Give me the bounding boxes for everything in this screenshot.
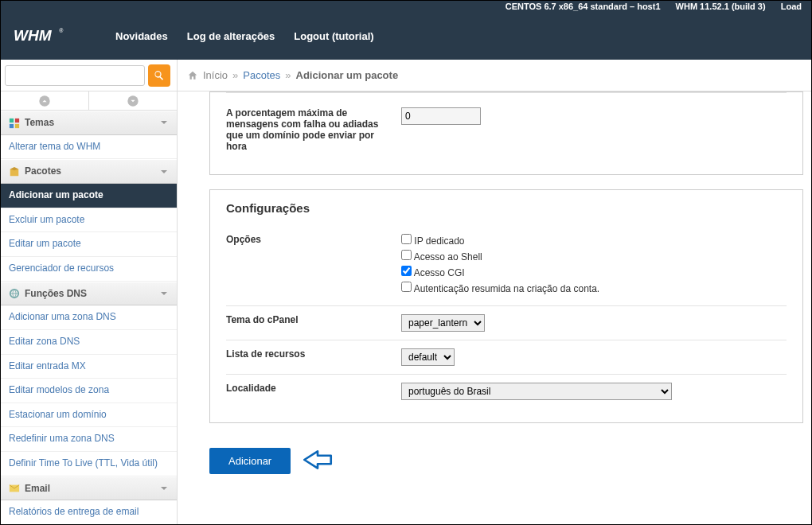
arrow-left-icon [300, 445, 335, 476]
sidebar-item-add-zona[interactable]: Adicionar uma zona DNS [1, 305, 177, 330]
svg-rect-6 [10, 124, 14, 128]
search-input[interactable] [5, 65, 145, 86]
checkbox-shell[interactable] [401, 250, 412, 260]
sidebar-item-adicionar-pacote[interactable]: Adicionar um pacote [1, 184, 177, 208]
breadcrumb-home[interactable]: Início [203, 69, 228, 81]
sidebar-item-editar-pacote[interactable]: Editar um pacote [1, 232, 177, 257]
checkbox-auth[interactable] [401, 282, 412, 292]
status-os: CENTOS 6.7 x86_64 standard – host1 [506, 2, 661, 11]
checkbox-cgi[interactable] [401, 266, 412, 276]
locale-select[interactable]: português do Brasil [401, 383, 672, 400]
status-version: WHM 11.52.1 (build 3) [676, 2, 766, 11]
sub-bar: Início » Pacotes » Adicionar um pacote [1, 60, 811, 91]
search-wrap [1, 60, 178, 91]
top-nav: WHM® Novidades Log de alterações Logout … [1, 12, 811, 60]
sidebar-group-pacotes[interactable]: Pacotes [1, 159, 177, 184]
sidebar-item-edit-modelos[interactable]: Editar modelos de zona [1, 379, 177, 403]
sidebar-item-estacionar[interactable]: Estacionar um domínio [1, 403, 177, 428]
sidebar-group-dns[interactable]: Funções DNS [1, 282, 177, 306]
nav-log[interactable]: Log de alterações [187, 30, 275, 42]
svg-rect-4 [10, 119, 14, 122]
theme-icon [9, 118, 20, 129]
svg-text:®: ® [59, 28, 63, 33]
tema-label: Tema do cPanel [226, 314, 401, 325]
tema-select[interactable]: paper_lantern [401, 314, 485, 332]
nav-novidades[interactable]: Novidades [115, 30, 168, 42]
lista-label: Lista de recursos [226, 348, 401, 360]
sidebar-item-gerenciador[interactable]: Gerenciador de recursos [1, 257, 177, 282]
status-load: Load [781, 2, 802, 11]
chevron-down-icon [159, 484, 169, 493]
chevron-down-icon [159, 289, 169, 298]
sidebar-item-alterar-tema[interactable]: Alterar tema do WHM [1, 135, 177, 160]
sidebar: Temas Alterar tema do WHM Pacotes Adicio… [1, 91, 178, 524]
sidebar-item-ttl[interactable]: Definir Time To Live (TTL, Vida útil) [1, 452, 177, 476]
whm-logo[interactable]: WHM® [14, 24, 96, 48]
svg-rect-7 [15, 124, 19, 128]
config-title: Configurações [210, 190, 802, 215]
email-icon [9, 483, 20, 494]
checkbox-ip-dedicado[interactable] [401, 234, 412, 244]
search-button[interactable] [148, 64, 170, 87]
expand-all-button[interactable] [89, 91, 177, 110]
adicionar-button[interactable]: Adicionar [209, 448, 291, 474]
arrow-up-circle-icon [38, 95, 51, 107]
opcoes-label: Opções [226, 234, 401, 245]
pct-input[interactable] [401, 107, 481, 125]
pct-label: A porcentagem máxima de mensagens com fa… [226, 107, 401, 152]
sidebar-item-redefinir[interactable]: Redefinir uma zona DNS [1, 427, 177, 452]
breadcrumb-pacotes[interactable]: Pacotes [243, 69, 280, 81]
sidebar-group-temas[interactable]: Temas [1, 111, 177, 135]
sidebar-group-email[interactable]: Email [1, 476, 177, 501]
svg-text:WHM: WHM [14, 27, 53, 44]
collapse-all-button[interactable] [1, 91, 89, 110]
status-bar: CENTOS 6.7 x86_64 standard – host1 WHM 1… [1, 1, 811, 12]
sidebar-item-edit-zona[interactable]: Editar zona DNS [1, 330, 177, 355]
dns-icon [9, 288, 20, 299]
sidebar-item-relatorios[interactable]: Relatórios de entrega de email [1, 500, 177, 524]
package-icon [9, 166, 20, 177]
breadcrumb-current: Adicionar um pacote [296, 69, 399, 81]
home-icon [187, 70, 198, 81]
search-icon [153, 69, 166, 82]
chevron-down-icon [159, 118, 169, 127]
nav-logout[interactable]: Logout (tutorial) [294, 30, 373, 42]
sidebar-item-edit-mx[interactable]: Editar entrada MX [1, 355, 177, 379]
lista-select[interactable]: default [401, 348, 455, 366]
breadcrumb: Início » Pacotes » Adicionar um pacote [178, 60, 811, 91]
svg-rect-5 [15, 119, 19, 122]
sidebar-item-excluir-pacote[interactable]: Excluir um pacote [1, 208, 177, 233]
chevron-down-icon [159, 167, 169, 177]
arrow-down-circle-icon [127, 95, 139, 107]
main-content: A porcentagem máxima de mensagens com fa… [178, 91, 811, 524]
locale-label: Localidade [226, 383, 401, 394]
